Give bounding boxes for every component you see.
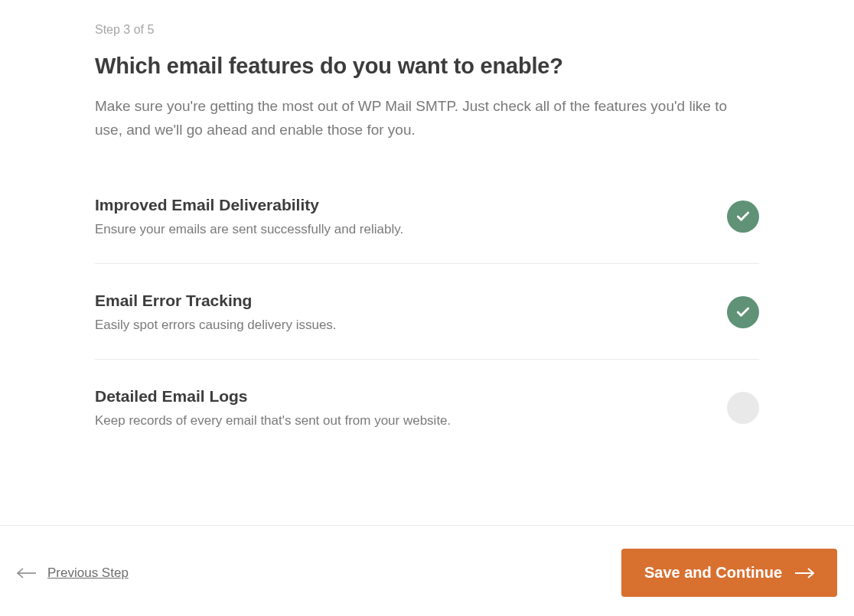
arrow-right-icon xyxy=(794,568,814,579)
feature-desc: Ensure your emails are sent successfully… xyxy=(95,222,727,237)
feature-desc: Keep records of every email that's sent … xyxy=(95,413,727,429)
feature-desc: Easily spot errors causing delivery issu… xyxy=(95,318,727,333)
wizard-content: Step 3 of 5 Which email features do you … xyxy=(0,0,854,455)
save-continue-button[interactable]: Save and Continue xyxy=(621,549,837,597)
feature-row-error-tracking: Email Error Tracking Easily spot errors … xyxy=(95,263,759,359)
feature-list: Improved Email Deliverability Ensure you… xyxy=(95,196,759,455)
feature-text: Email Error Tracking Easily spot errors … xyxy=(95,292,727,333)
wizard-footer: Previous Step Save and Continue xyxy=(0,525,854,616)
feature-toggle-deliverability[interactable] xyxy=(727,200,759,233)
page-subtext: Make sure you're getting the most out of… xyxy=(95,94,753,142)
check-icon xyxy=(735,305,751,320)
feature-text: Detailed Email Logs Keep records of ever… xyxy=(95,387,727,429)
save-continue-label: Save and Continue xyxy=(644,564,782,582)
feature-text: Improved Email Deliverability Ensure you… xyxy=(95,196,727,237)
feature-title: Email Error Tracking xyxy=(95,292,727,310)
arrow-left-icon xyxy=(17,568,37,579)
feature-title: Detailed Email Logs xyxy=(95,387,727,406)
page-title: Which email features do you want to enab… xyxy=(95,54,759,79)
step-indicator: Step 3 of 5 xyxy=(95,23,759,37)
feature-row-email-logs: Detailed Email Logs Keep records of ever… xyxy=(95,359,759,455)
previous-step-label: Previous Step xyxy=(47,565,129,581)
feature-row-deliverability: Improved Email Deliverability Ensure you… xyxy=(95,196,759,263)
feature-toggle-error-tracking[interactable] xyxy=(727,296,759,328)
check-icon xyxy=(735,209,751,224)
feature-title: Improved Email Deliverability xyxy=(95,196,727,214)
previous-step-link[interactable]: Previous Step xyxy=(17,565,129,581)
feature-toggle-email-logs[interactable] xyxy=(727,392,759,424)
